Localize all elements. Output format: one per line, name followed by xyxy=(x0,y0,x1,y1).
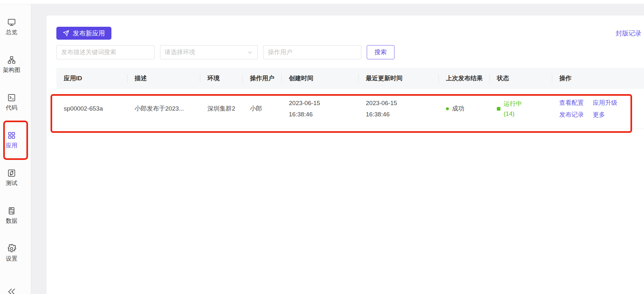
sidebar-item-test[interactable]: 测试 xyxy=(0,169,23,187)
sidebar-item-architecture[interactable]: 架构图 xyxy=(0,55,23,74)
main-card: 发布新应用 封版记录 请选择环境 搜索 应用ID 描述 环境 操作用户 创建时间… xyxy=(47,15,644,294)
column-header-created-at: 创建时间 xyxy=(281,74,358,83)
column-header-operator: 操作用户 xyxy=(242,74,281,83)
success-dot-icon xyxy=(446,107,449,110)
search-button[interactable]: 搜索 xyxy=(367,45,394,59)
column-header-environment: 环境 xyxy=(200,74,242,83)
gear-icon xyxy=(7,244,16,253)
sidebar-item-settings[interactable]: 设置 xyxy=(0,244,23,262)
publish-new-app-label: 发布新应用 xyxy=(73,29,105,38)
cell-description: 小郎发布于2023... xyxy=(127,103,200,114)
table-header-row: 应用ID 描述 环境 操作用户 创建时间 最近更新时间 上次发布结果 状态 操作 xyxy=(56,68,644,89)
cell-actions: 查看配置 应用升级 发布记录 更多 xyxy=(552,97,631,120)
column-header-app-id: 应用ID xyxy=(56,74,127,83)
running-status-square-icon xyxy=(497,107,500,111)
collapse-sidebar-button[interactable] xyxy=(0,286,23,294)
sync-icon xyxy=(7,169,16,178)
cell-status: 运行中 (14) xyxy=(489,99,552,119)
column-header-last-publish-result: 上次发布结果 xyxy=(439,74,489,83)
cell-environment: 深圳集群2 xyxy=(200,103,242,114)
cell-app-id: sp00002-653a xyxy=(56,103,127,114)
double-chevron-left-icon xyxy=(6,286,17,294)
more-link[interactable]: 更多 xyxy=(593,109,605,120)
database-icon xyxy=(7,206,16,215)
sidebar-item-label: 数据 xyxy=(6,217,17,225)
column-header-status: 状态 xyxy=(489,74,552,83)
sidebar-item-label: 应用 xyxy=(6,142,17,149)
last-publish-result-text: 成功 xyxy=(452,103,464,114)
keyword-search-input[interactable] xyxy=(56,45,155,59)
sidebar-item-label: 总览 xyxy=(6,28,17,36)
sidebar-item-label: 测试 xyxy=(6,179,17,187)
created-date: 2023-06-15 xyxy=(289,98,358,109)
status-text: 运行中 xyxy=(504,99,522,109)
cell-operator: 小郎 xyxy=(242,103,281,114)
column-header-description: 描述 xyxy=(127,74,200,83)
sidebar-item-code[interactable]: 代码 xyxy=(0,93,23,112)
seal-records-link[interactable]: 封版记录 xyxy=(616,29,641,38)
terminal-icon xyxy=(7,93,16,102)
sidebar-item-apps[interactable]: 应用 xyxy=(0,131,23,149)
column-header-updated-at: 最近更新时间 xyxy=(358,74,439,83)
view-config-link[interactable]: 查看配置 xyxy=(559,97,584,108)
send-icon xyxy=(63,30,69,36)
chevron-down-icon xyxy=(247,49,253,55)
status-count: (14) xyxy=(504,109,522,119)
cell-created-at: 2023-06-15 16:38:46 xyxy=(281,98,358,120)
apps-table: 应用ID 描述 环境 操作用户 创建时间 最近更新时间 上次发布结果 状态 操作… xyxy=(56,68,644,129)
top-bar xyxy=(0,0,644,4)
updated-time: 16:38:46 xyxy=(366,109,439,120)
publish-new-app-button[interactable]: 发布新应用 xyxy=(56,27,111,40)
app-upgrade-link[interactable]: 应用升级 xyxy=(593,97,617,108)
updated-date: 2023-06-15 xyxy=(366,98,439,109)
sidebar-item-label: 架构图 xyxy=(3,66,20,74)
app-grid-icon xyxy=(7,131,16,140)
publish-records-link[interactable]: 发布记录 xyxy=(559,109,584,120)
sidebar-item-label: 代码 xyxy=(6,104,17,112)
cell-updated-at: 2023-06-15 16:38:46 xyxy=(358,98,439,120)
toolbar: 发布新应用 封版记录 xyxy=(47,15,644,40)
sidebar-item-overview[interactable]: 总览 xyxy=(0,18,23,36)
created-time: 16:38:46 xyxy=(289,109,358,120)
monitor-icon xyxy=(7,18,16,27)
environment-select-placeholder: 请选择环境 xyxy=(165,48,195,56)
cell-last-publish-result: 成功 xyxy=(439,103,489,114)
environment-select[interactable]: 请选择环境 xyxy=(160,45,258,59)
sidebar-item-data[interactable]: 数据 xyxy=(0,206,23,225)
column-header-actions: 操作 xyxy=(552,74,644,83)
filter-bar: 请选择环境 搜索 xyxy=(56,45,644,59)
sidebar-item-label: 设置 xyxy=(6,255,17,262)
sidebar: 总览 架构图 代码 应用 测试 数据 设置 xyxy=(0,4,31,294)
table-row: sp00002-653a 小郎发布于2023... 深圳集群2 小郎 2023-… xyxy=(56,89,644,129)
org-chart-icon xyxy=(7,55,16,64)
operator-input[interactable] xyxy=(263,45,361,59)
